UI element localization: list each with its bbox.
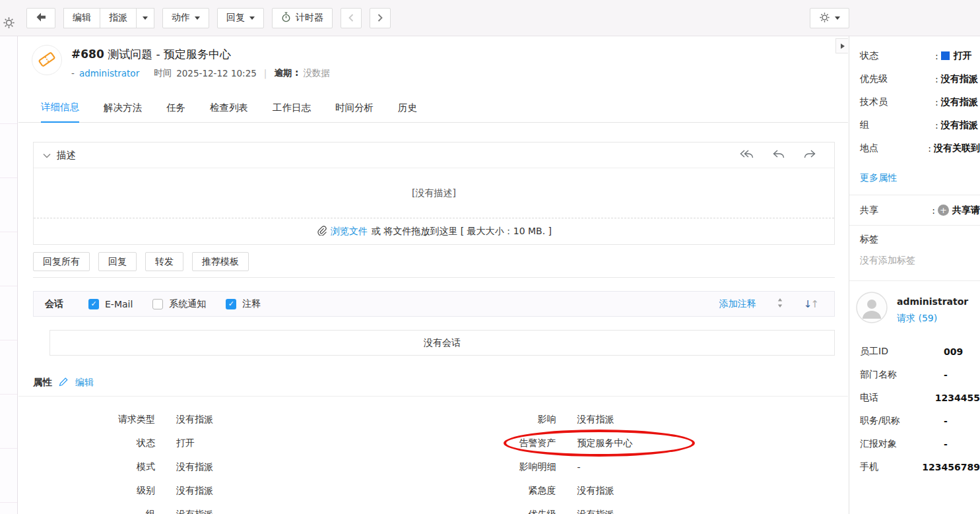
actions-dropdown-button[interactable]: 动作 bbox=[162, 8, 209, 28]
more-properties-link[interactable]: 更多属性 bbox=[860, 172, 897, 184]
timer-button[interactable]: 计时器 bbox=[272, 8, 333, 28]
browse-files-link[interactable]: 浏览文件 bbox=[331, 226, 368, 238]
reply-icon[interactable] bbox=[773, 149, 785, 161]
detail-phone: 电话 1234455 bbox=[849, 386, 980, 409]
chevron-down-icon bbox=[835, 16, 840, 20]
prop-impact: 影响 没有指派 bbox=[434, 408, 835, 432]
reply-button[interactable]: 回复 bbox=[98, 252, 137, 271]
reply-all-icon[interactable] bbox=[740, 149, 754, 161]
checkbox-checked-icon[interactable]: ✓ bbox=[226, 299, 236, 309]
properties-title: 属性 bbox=[33, 376, 52, 389]
back-arrow-icon bbox=[36, 13, 46, 24]
chevron-down-icon[interactable] bbox=[43, 150, 51, 160]
tab-tasks[interactable]: 任务 bbox=[166, 102, 185, 122]
filter-email[interactable]: ✓ E-Mail bbox=[88, 299, 133, 309]
right-sidebar: 状态 打开 优先级 没有指派 技术员 没有指派 组 没有指派 地点 没有关联到 … bbox=[849, 36, 980, 514]
pencil-icon bbox=[59, 377, 69, 389]
filter-notes[interactable]: ✓ 注释 bbox=[226, 298, 261, 310]
tags-label: 标签 bbox=[860, 234, 980, 245]
chevron-down-icon bbox=[249, 16, 255, 20]
recommended-template-button[interactable]: 推荐模板 bbox=[192, 252, 249, 271]
edit-button[interactable]: 编辑 bbox=[63, 8, 100, 28]
back-button[interactable] bbox=[26, 8, 55, 28]
time-value: 2025-12-12 10:25 bbox=[176, 68, 257, 79]
sidebar-technician: 技术员 没有指派 bbox=[849, 90, 980, 113]
prop-group: 组 没有指派 bbox=[33, 503, 434, 514]
chevron-left-icon bbox=[348, 13, 354, 24]
attachment-dropzone[interactable]: 浏览文件 或 将文件拖放到这里 [ 最大大小：10 MB. ] bbox=[34, 218, 834, 244]
description-actions bbox=[740, 149, 825, 161]
tab-time-analysis[interactable]: 时间分析 bbox=[335, 102, 374, 122]
assign-dropdown-button[interactable] bbox=[136, 8, 154, 28]
forward-icon[interactable] bbox=[804, 149, 816, 161]
ticket-title: 测试问题 - 预定服务中心 bbox=[108, 48, 231, 61]
user-avatar bbox=[856, 292, 888, 325]
edit-properties-link[interactable]: 编辑 bbox=[75, 377, 94, 389]
reply-all-button[interactable]: 回复所有 bbox=[33, 252, 90, 271]
tab-worklog[interactable]: 工作日志 bbox=[273, 102, 311, 122]
owner-link[interactable]: administrator bbox=[79, 68, 139, 79]
divider bbox=[849, 280, 980, 281]
expand-collapse-icon[interactable] bbox=[776, 298, 784, 310]
settings-gear-icon[interactable] bbox=[3, 16, 15, 31]
filter-system-notification[interactable]: 系统通知 bbox=[152, 298, 206, 310]
chevron-down-icon bbox=[195, 16, 200, 20]
description-title: 描述 bbox=[57, 149, 76, 162]
description-empty-text: [没有描述] bbox=[34, 168, 834, 218]
sort-order-icon[interactable]: ↓↑ bbox=[804, 298, 818, 310]
divider bbox=[18, 396, 848, 397]
checkbox-unchecked-icon[interactable] bbox=[152, 299, 163, 309]
add-note-link[interactable]: 添加注释 bbox=[719, 298, 756, 310]
conversation-empty-box: 没有会话 bbox=[49, 330, 835, 356]
forward-button[interactable]: 转发 bbox=[145, 252, 183, 271]
divider bbox=[849, 225, 980, 226]
tab-checklist[interactable]: 检查列表 bbox=[210, 102, 248, 122]
prop-impact-detail: 影响明细 - bbox=[434, 455, 835, 479]
next-ticket-button[interactable] bbox=[370, 8, 391, 28]
requester-card: administrator 请求 (59) bbox=[856, 292, 980, 325]
reply-button-row: 回复所有 回复 转发 推荐模板 bbox=[33, 252, 249, 271]
share-label: 共享 bbox=[860, 205, 932, 216]
prop-priority: 优先级 没有指派 bbox=[434, 503, 835, 514]
dropzone-hint: 或 将文件拖放到这里 [ 最大大小：10 MB. ] bbox=[372, 226, 552, 238]
reply-dropdown-button[interactable]: 回复 bbox=[217, 8, 264, 28]
ticket-detail-page: { "colors": { "accent": "#1b95e0", "acti… bbox=[0, 0, 980, 514]
stopwatch-icon bbox=[281, 12, 291, 24]
conversation-title: 会话 bbox=[45, 298, 63, 310]
detail-job-title: 职务/职称 - bbox=[849, 409, 980, 432]
prop-alert-asset: 告警资产 预定服务中心 bbox=[434, 432, 835, 455]
tab-history[interactable]: 历史 bbox=[398, 102, 417, 122]
properties-grid: 请求类型 没有指派 状态 打开 模式 没有指派 级别 没有指派 组 没有指派 影 bbox=[33, 408, 835, 514]
page-settings-button[interactable] bbox=[810, 8, 849, 28]
overdue-value: 没数据 bbox=[304, 67, 331, 79]
detail-mobile: 手机 123456789 bbox=[849, 455, 980, 478]
sidebar-collapse-handle[interactable] bbox=[835, 38, 848, 53]
conversation-bar: 会话 ✓ E-Mail 系统通知 ✓ 注释 添加注释 ↓↑ bbox=[33, 291, 835, 317]
description-header: 描述 bbox=[34, 143, 834, 168]
conversation-actions: 添加注释 ↓↑ bbox=[719, 298, 823, 310]
assign-button[interactable]: 指派 bbox=[100, 8, 137, 28]
detail-employee-id: 员工ID 009 bbox=[849, 340, 980, 363]
ticket-tabs: 详细信息 解决方法 任务 检查列表 工作日志 时间分析 历史 bbox=[18, 97, 848, 123]
sidebar-priority: 优先级 没有指派 bbox=[849, 67, 980, 90]
overdue-label: 逾期 : bbox=[274, 67, 298, 79]
sidebar-group: 组 没有指派 bbox=[849, 113, 980, 137]
share-value[interactable]: 共享请 bbox=[952, 205, 980, 216]
requester-requests-link[interactable]: 请求 (59) bbox=[897, 313, 937, 323]
add-share-icon[interactable]: + bbox=[938, 205, 949, 216]
tab-resolution[interactable]: 解决方法 bbox=[104, 102, 142, 122]
sidebar-status: 状态 打开 bbox=[849, 44, 980, 67]
edit-assign-group: 编辑 指派 bbox=[63, 8, 154, 28]
tags-empty-text: 没有添加标签 bbox=[860, 255, 980, 267]
checkbox-checked-icon[interactable]: ✓ bbox=[88, 299, 99, 309]
divider bbox=[33, 277, 835, 278]
properties-left-column: 请求类型 没有指派 状态 打开 模式 没有指派 级别 没有指派 组 没有指派 bbox=[33, 408, 434, 514]
collapsed-left-panel[interactable] bbox=[0, 36, 18, 514]
tab-details[interactable]: 详细信息 bbox=[41, 101, 79, 123]
detail-reporting-to: 汇报对象 - bbox=[849, 432, 980, 455]
conversation-empty-text: 没有会话 bbox=[424, 337, 461, 349]
gear-icon bbox=[819, 12, 830, 25]
prop-mode: 模式 没有指派 bbox=[33, 455, 434, 479]
requester-details: 员工ID 009 部门名称 - 电话 1234455 职务/职称 - 汇报对象 … bbox=[849, 340, 980, 478]
prev-ticket-button[interactable] bbox=[341, 8, 362, 28]
